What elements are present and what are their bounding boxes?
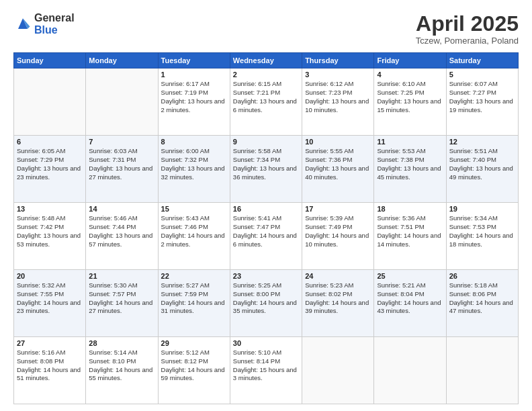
table-row: 4Sunrise: 6:10 AM Sunset: 7:25 PM Daylig… (374, 68, 446, 136)
day-info: Sunrise: 5:43 AM Sunset: 7:46 PM Dayligh… (161, 214, 227, 248)
table-row: 13Sunrise: 5:48 AM Sunset: 7:42 PM Dayli… (14, 203, 86, 270)
table-row: 11Sunrise: 5:53 AM Sunset: 7:38 PM Dayli… (374, 136, 446, 203)
table-row: 18Sunrise: 5:36 AM Sunset: 7:51 PM Dayli… (374, 203, 446, 270)
calendar-week-row: 13Sunrise: 5:48 AM Sunset: 7:42 PM Dayli… (14, 203, 519, 270)
month-title: April 2025 (416, 12, 519, 36)
day-number: 21 (89, 272, 154, 280)
day-info: Sunrise: 5:58 AM Sunset: 7:34 PM Dayligh… (233, 147, 299, 181)
day-info: Sunrise: 6:10 AM Sunset: 7:25 PM Dayligh… (377, 80, 443, 114)
day-number: 22 (161, 272, 227, 280)
logo-blue-text: Blue (34, 24, 75, 36)
day-info: Sunrise: 5:21 AM Sunset: 8:04 PM Dayligh… (377, 281, 443, 316)
day-info: Sunrise: 5:48 AM Sunset: 7:42 PM Dayligh… (17, 214, 83, 248)
day-info: Sunrise: 5:23 AM Sunset: 8:02 PM Dayligh… (305, 281, 371, 316)
calendar-week-row: 20Sunrise: 5:32 AM Sunset: 7:55 PM Dayli… (14, 270, 519, 337)
table-row (302, 337, 374, 404)
col-tuesday: Tuesday (158, 53, 230, 68)
table-row: 26Sunrise: 5:18 AM Sunset: 8:06 PM Dayli… (446, 270, 518, 337)
col-wednesday: Wednesday (230, 53, 302, 68)
table-row: 21Sunrise: 5:30 AM Sunset: 7:57 PM Dayli… (86, 270, 158, 337)
day-number: 1 (161, 71, 227, 79)
logo-text: General Blue (34, 12, 75, 36)
table-row: 3Sunrise: 6:12 AM Sunset: 7:23 PM Daylig… (302, 68, 374, 136)
col-sunday: Sunday (14, 53, 86, 68)
col-thursday: Thursday (302, 53, 374, 68)
table-row: 29Sunrise: 5:12 AM Sunset: 8:12 PM Dayli… (158, 337, 230, 404)
calendar-table: Sunday Monday Tuesday Wednesday Thursday… (13, 52, 519, 404)
table-row: 20Sunrise: 5:32 AM Sunset: 7:55 PM Dayli… (14, 270, 86, 337)
day-number: 25 (377, 272, 443, 280)
table-row (86, 68, 158, 136)
day-info: Sunrise: 6:12 AM Sunset: 7:23 PM Dayligh… (305, 80, 371, 114)
day-info: Sunrise: 5:30 AM Sunset: 7:57 PM Dayligh… (89, 281, 154, 316)
day-info: Sunrise: 5:12 AM Sunset: 8:12 PM Dayligh… (161, 349, 227, 383)
day-info: Sunrise: 5:53 AM Sunset: 7:38 PM Dayligh… (377, 147, 443, 181)
calendar-header-row: Sunday Monday Tuesday Wednesday Thursday… (14, 53, 519, 68)
location: Tczew, Pomerania, Poland (416, 36, 519, 46)
table-row: 16Sunrise: 5:41 AM Sunset: 7:47 PM Dayli… (230, 203, 302, 270)
day-info: Sunrise: 5:32 AM Sunset: 7:55 PM Dayligh… (17, 281, 83, 316)
day-number: 18 (377, 205, 443, 213)
table-row: 1Sunrise: 6:17 AM Sunset: 7:19 PM Daylig… (158, 68, 230, 136)
day-number: 19 (449, 205, 515, 213)
day-info: Sunrise: 5:51 AM Sunset: 7:40 PM Dayligh… (449, 147, 515, 181)
table-row: 23Sunrise: 5:25 AM Sunset: 8:00 PM Dayli… (230, 270, 302, 337)
table-row: 22Sunrise: 5:27 AM Sunset: 7:59 PM Dayli… (158, 270, 230, 337)
calendar-week-row: 1Sunrise: 6:17 AM Sunset: 7:19 PM Daylig… (14, 68, 519, 136)
day-number: 27 (17, 339, 83, 347)
day-info: Sunrise: 5:36 AM Sunset: 7:51 PM Dayligh… (377, 214, 443, 248)
day-info: Sunrise: 5:41 AM Sunset: 7:47 PM Dayligh… (233, 214, 299, 248)
title-block: April 2025 Tczew, Pomerania, Poland (416, 12, 519, 46)
table-row: 10Sunrise: 5:55 AM Sunset: 7:36 PM Dayli… (302, 136, 374, 203)
day-info: Sunrise: 5:39 AM Sunset: 7:49 PM Dayligh… (305, 214, 371, 248)
day-info: Sunrise: 6:15 AM Sunset: 7:21 PM Dayligh… (233, 80, 299, 114)
day-info: Sunrise: 5:10 AM Sunset: 8:14 PM Dayligh… (233, 349, 299, 383)
day-number: 23 (233, 272, 299, 280)
day-info: Sunrise: 5:25 AM Sunset: 8:00 PM Dayligh… (233, 281, 299, 316)
table-row: 28Sunrise: 5:14 AM Sunset: 8:10 PM Dayli… (86, 337, 158, 404)
day-info: Sunrise: 5:18 AM Sunset: 8:06 PM Dayligh… (449, 281, 515, 316)
day-info: Sunrise: 6:05 AM Sunset: 7:29 PM Dayligh… (17, 147, 83, 181)
day-number: 24 (305, 272, 371, 280)
table-row: 15Sunrise: 5:43 AM Sunset: 7:46 PM Dayli… (158, 203, 230, 270)
day-number: 6 (17, 138, 83, 146)
day-info: Sunrise: 5:55 AM Sunset: 7:36 PM Dayligh… (305, 147, 371, 181)
col-friday: Friday (374, 53, 446, 68)
day-info: Sunrise: 5:27 AM Sunset: 7:59 PM Dayligh… (161, 281, 227, 316)
header: General Blue April 2025 Tczew, Pomerania… (13, 12, 519, 46)
day-info: Sunrise: 6:07 AM Sunset: 7:27 PM Dayligh… (449, 80, 515, 114)
day-number: 3 (305, 71, 371, 79)
day-number: 17 (305, 205, 371, 213)
table-row: 14Sunrise: 5:46 AM Sunset: 7:44 PM Dayli… (86, 203, 158, 270)
day-number: 14 (89, 205, 154, 213)
table-row: 5Sunrise: 6:07 AM Sunset: 7:27 PM Daylig… (446, 68, 518, 136)
day-number: 13 (17, 205, 83, 213)
day-info: Sunrise: 5:46 AM Sunset: 7:44 PM Dayligh… (89, 214, 154, 248)
day-number: 8 (161, 138, 227, 146)
day-number: 4 (377, 71, 443, 79)
day-number: 11 (377, 138, 443, 146)
day-number: 9 (233, 138, 299, 146)
table-row: 27Sunrise: 5:16 AM Sunset: 8:08 PM Dayli… (14, 337, 86, 404)
table-row: 7Sunrise: 6:03 AM Sunset: 7:31 PM Daylig… (86, 136, 158, 203)
table-row: 12Sunrise: 5:51 AM Sunset: 7:40 PM Dayli… (446, 136, 518, 203)
table-row: 8Sunrise: 6:00 AM Sunset: 7:32 PM Daylig… (158, 136, 230, 203)
day-number: 20 (17, 272, 83, 280)
calendar-week-row: 27Sunrise: 5:16 AM Sunset: 8:08 PM Dayli… (14, 337, 519, 404)
table-row: 30Sunrise: 5:10 AM Sunset: 8:14 PM Dayli… (230, 337, 302, 404)
day-number: 5 (449, 71, 515, 79)
table-row: 24Sunrise: 5:23 AM Sunset: 8:02 PM Dayli… (302, 270, 374, 337)
table-row (374, 337, 446, 404)
table-row: 17Sunrise: 5:39 AM Sunset: 7:49 PM Dayli… (302, 203, 374, 270)
day-number: 26 (449, 272, 515, 280)
day-info: Sunrise: 5:16 AM Sunset: 8:08 PM Dayligh… (17, 349, 83, 383)
day-info: Sunrise: 6:17 AM Sunset: 7:19 PM Dayligh… (161, 80, 227, 114)
day-number: 12 (449, 138, 515, 146)
table-row: 25Sunrise: 5:21 AM Sunset: 8:04 PM Dayli… (374, 270, 446, 337)
day-number: 2 (233, 71, 299, 79)
day-info: Sunrise: 5:34 AM Sunset: 7:53 PM Dayligh… (449, 214, 515, 248)
day-number: 7 (89, 138, 154, 146)
col-monday: Monday (86, 53, 158, 68)
table-row (446, 337, 518, 404)
table-row: 2Sunrise: 6:15 AM Sunset: 7:21 PM Daylig… (230, 68, 302, 136)
